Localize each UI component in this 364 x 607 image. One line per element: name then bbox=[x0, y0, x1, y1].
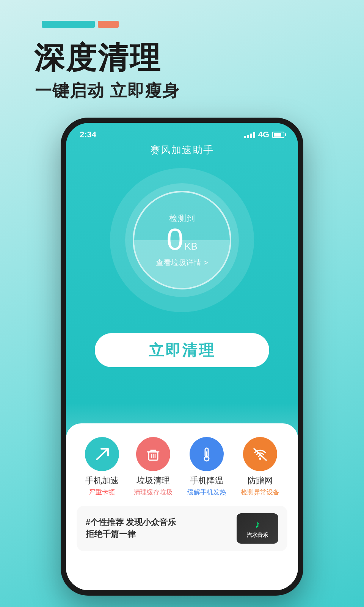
phone-outer-frame: 2:34 4G 赛风加速助手 bbox=[61, 118, 303, 596]
network-label: 4G bbox=[258, 130, 269, 140]
app-title: 赛风加速助手 bbox=[66, 143, 298, 157]
music-app-logo: ♪ bbox=[255, 518, 260, 530]
sub-title: 一键启动 立即瘦身 bbox=[35, 80, 180, 102]
clean-button-wrap: 立即清理 bbox=[66, 333, 298, 367]
status-time: 2:34 bbox=[80, 130, 96, 140]
outer-ring: 检测到 0 KB 查看垃圾详情 > bbox=[110, 168, 254, 312]
trash-clean-label: 垃圾清理 bbox=[136, 475, 170, 486]
anti-freeload-sub: 检测异常设备 bbox=[241, 488, 279, 497]
phone-mockup: 2:34 4G 赛风加速助手 bbox=[61, 118, 303, 596]
detected-value-row: 0 KB bbox=[156, 224, 208, 255]
icon-item-trash-clean[interactable]: 垃圾清理 清理缓存垃圾 bbox=[134, 437, 173, 497]
battery-fill bbox=[274, 133, 281, 137]
detected-value: 0 bbox=[166, 222, 183, 256]
clean-button[interactable]: 立即清理 bbox=[95, 333, 269, 367]
battery-icon bbox=[272, 132, 284, 138]
bottom-card: 手机加速 严重卡顿 垃圾清理 清理缓存垃圾 bbox=[66, 423, 298, 590]
detail-link[interactable]: 查看垃圾详情 > bbox=[156, 258, 208, 268]
music-thumbnail: ♪ 汽水音乐 bbox=[237, 513, 278, 544]
thermometer-icon bbox=[198, 446, 215, 462]
phone-boost-icon-circle bbox=[85, 437, 119, 471]
phone-screen: 2:34 4G 赛风加速助手 bbox=[66, 123, 298, 590]
teal-stripe bbox=[42, 21, 95, 28]
music-thumb-inner: ♪ 汽水音乐 bbox=[237, 513, 278, 544]
icon-item-phone-boost[interactable]: 手机加速 严重卡顿 bbox=[85, 437, 119, 497]
phone-cool-sub: 缓解手机发热 bbox=[187, 488, 226, 497]
arc-circle[interactable]: 检测到 0 KB 查看垃圾详情 > bbox=[133, 191, 231, 289]
music-title-line2: 拒绝千篇一律 bbox=[86, 528, 231, 540]
status-bar: 2:34 4G bbox=[66, 123, 298, 140]
detected-unit: KB bbox=[184, 241, 198, 252]
detected-label: 检测到 bbox=[169, 214, 195, 223]
status-right: 4G bbox=[244, 130, 284, 140]
feature-icon-grid: 手机加速 严重卡顿 垃圾清理 清理缓存垃圾 bbox=[74, 437, 290, 497]
music-card-text: #个性推荐 发现小众音乐 拒绝千篇一律 bbox=[86, 517, 231, 540]
anti-freeload-label: 防蹭网 bbox=[248, 475, 273, 486]
top-decoration bbox=[42, 21, 119, 28]
phone-boost-label: 手机加速 bbox=[85, 475, 119, 486]
icon-item-anti-freeload[interactable]: 防蹭网 检测异常设备 bbox=[241, 437, 279, 497]
icon-item-phone-cool[interactable]: 手机降温 缓解手机发热 bbox=[187, 437, 226, 497]
trash-clean-icon-circle bbox=[136, 437, 170, 471]
main-title: 深度清理 bbox=[34, 38, 162, 79]
orange-stripe bbox=[98, 21, 119, 28]
circle-content: 检测到 0 KB 查看垃圾详情 > bbox=[156, 213, 208, 268]
detection-circle-area: 检测到 0 KB 查看垃圾详情 > bbox=[66, 168, 298, 312]
trash-clean-sub: 清理缓存垃圾 bbox=[134, 488, 173, 497]
music-title-line1: #个性推荐 发现小众音乐 bbox=[86, 517, 231, 528]
signal-icon bbox=[244, 131, 255, 138]
music-card[interactable]: #个性推荐 发现小众音乐 拒绝千篇一律 ♪ 汽水音乐 bbox=[77, 506, 287, 551]
send-icon bbox=[94, 446, 110, 462]
inner-ring: 检测到 0 KB 查看垃圾详情 > bbox=[125, 183, 239, 297]
wifi-blocked-icon bbox=[252, 446, 268, 462]
phone-boost-sub: 严重卡顿 bbox=[89, 488, 115, 497]
svg-point-3 bbox=[259, 458, 261, 460]
anti-freeload-icon-circle bbox=[243, 437, 277, 471]
music-app-name: 汽水音乐 bbox=[247, 532, 268, 539]
trash-icon bbox=[145, 446, 162, 462]
clean-button-label: 立即清理 bbox=[149, 340, 215, 361]
phone-cool-icon-circle bbox=[190, 437, 224, 471]
phone-cool-label: 手机降温 bbox=[190, 475, 223, 486]
